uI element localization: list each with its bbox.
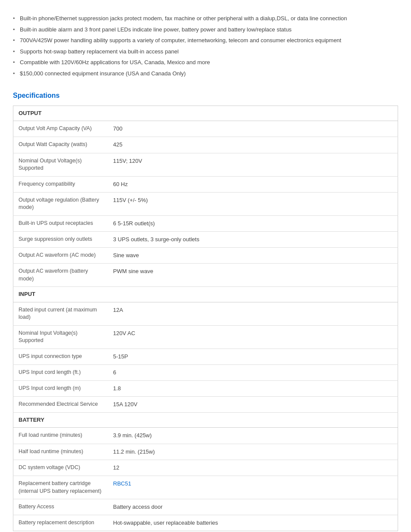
spec-row: Full load runtime (minutes)3.9 min. (425… <box>13 428 398 444</box>
spec-row: Built-in UPS output receptacles6 5-15R o… <box>13 215 398 231</box>
spec-label: UPS input connection type <box>13 348 108 364</box>
spec-row: Output Volt Amp Capacity (VA)700 <box>13 121 398 137</box>
spec-row: UPS Input cord length (ft.)6 <box>13 364 398 380</box>
spec-value: 11.2 min. (215w) <box>108 444 398 460</box>
spec-value: 12 <box>108 460 398 476</box>
section-header-cell: OUTPUT <box>13 106 398 121</box>
spec-label: Output AC waveform (battery mode) <box>13 264 108 287</box>
spec-label: Replacement battery cartridge (internal … <box>13 476 108 499</box>
spec-value: 120V AC <box>108 325 398 348</box>
section-header-row: OUTPUT <box>13 106 398 121</box>
spec-label: Nominal Input Voltage(s) Supported <box>13 325 108 348</box>
spec-row: Recommended Electrical Service15A 120V <box>13 397 398 413</box>
spec-row: DC system voltage (VDC)12 <box>13 460 398 476</box>
spec-value: 115V; 120V <box>108 153 398 176</box>
spec-row: Nominal Input Voltage(s) Supported120V A… <box>13 325 398 348</box>
spec-row: Output Watt Capacity (watts)425 <box>13 137 398 153</box>
bullet-item: 700VA/425W power handling ability suppor… <box>13 35 398 46</box>
spec-row: Half load runtime (minutes)11.2 min. (21… <box>13 444 398 460</box>
spec-row: Rated input current (at maximum load)12A <box>13 302 398 325</box>
spec-row: Surge suppression only outlets3 UPS outl… <box>13 231 398 247</box>
spec-label: Half load runtime (minutes) <box>13 444 108 460</box>
spec-row: Output AC waveform (AC mode)Sine wave <box>13 248 398 264</box>
spec-label: Output voltage regulation (Battery mode) <box>13 192 108 215</box>
spec-row: Battery AccessBattery access door <box>13 499 398 515</box>
spec-label: Rated input current (at maximum load) <box>13 302 108 325</box>
spec-row: Output AC waveform (battery mode)PWM sin… <box>13 264 398 287</box>
section-header-cell: INPUT <box>13 287 398 302</box>
spec-label: Full load runtime (minutes) <box>13 428 108 444</box>
spec-value: 12A <box>108 302 398 325</box>
spec-label: Recommended Electrical Service <box>13 397 108 413</box>
section-header-row: INPUT <box>13 287 398 302</box>
bullet-item: Supports hot-swap battery replacement vi… <box>13 46 398 57</box>
spec-row: Nominal Output Voltage(s) Supported115V;… <box>13 153 398 176</box>
feature-list: Built-in phone/Ethernet suppression jack… <box>13 9 398 87</box>
spec-value: 3 UPS outlets, 3 surge-only outlets <box>108 231 398 247</box>
spec-value: 425 <box>108 137 398 153</box>
spec-label: Battery replacement description <box>13 515 108 531</box>
spec-value: 5-15P <box>108 348 398 364</box>
bullet-item: Compatible with 120V/60Hz applications f… <box>13 57 398 68</box>
section-header-row: BATTERY <box>13 413 398 428</box>
spec-value: 1.8 <box>108 380 398 396</box>
spec-label: DC system voltage (VDC) <box>13 460 108 476</box>
bullet-item: Built-in audible alarm and 3 front panel… <box>13 24 398 35</box>
spec-label: Output Volt Amp Capacity (VA) <box>13 121 108 137</box>
spec-label: Output AC waveform (AC mode) <box>13 248 108 264</box>
spec-value: 115V (+/- 5%) <box>108 192 398 215</box>
specifications-heading: Specifications <box>13 92 398 100</box>
spec-value: PWM sine wave <box>108 264 398 287</box>
spec-value: 15A 120V <box>108 397 398 413</box>
spec-row: UPS Input cord length (m)1.8 <box>13 380 398 396</box>
spec-table: OUTPUTOutput Volt Amp Capacity (VA)700Ou… <box>13 106 398 531</box>
spec-label: Built-in UPS output receptacles <box>13 215 108 231</box>
spec-value: 6 5-15R outlet(s) <box>108 215 398 231</box>
section-header-cell: BATTERY <box>13 413 398 428</box>
spec-value[interactable]: RBC51 <box>108 476 398 499</box>
spec-row: Output voltage regulation (Battery mode)… <box>13 192 398 215</box>
spec-value: 60 Hz <box>108 176 398 192</box>
spec-link[interactable]: RBC51 <box>113 480 131 487</box>
spec-value: 700 <box>108 121 398 137</box>
bullet-item: Built-in phone/Ethernet suppression jack… <box>13 13 398 24</box>
spec-row: Replacement battery cartridge (internal … <box>13 476 398 499</box>
spec-label: UPS Input cord length (ft.) <box>13 364 108 380</box>
spec-value: Sine wave <box>108 248 398 264</box>
spec-row: UPS input connection type5-15P <box>13 348 398 364</box>
spec-value: 3.9 min. (425w) <box>108 428 398 444</box>
spec-label: Surge suppression only outlets <box>13 231 108 247</box>
spec-row: Battery replacement descriptionHot-swapp… <box>13 515 398 531</box>
spec-label: UPS Input cord length (m) <box>13 380 108 396</box>
spec-label: Nominal Output Voltage(s) Supported <box>13 153 108 176</box>
spec-value: 6 <box>108 364 398 380</box>
bullet-item: $150,000 connected equipment insurance (… <box>13 68 398 79</box>
spec-value: Hot-swappable, user replaceable batterie… <box>108 515 398 531</box>
spec-label: Output Watt Capacity (watts) <box>13 137 108 153</box>
spec-label: Battery Access <box>13 499 108 515</box>
spec-value: Battery access door <box>108 499 398 515</box>
spec-label: Frequency compatibility <box>13 176 108 192</box>
spec-row: Frequency compatibility60 Hz <box>13 176 398 192</box>
